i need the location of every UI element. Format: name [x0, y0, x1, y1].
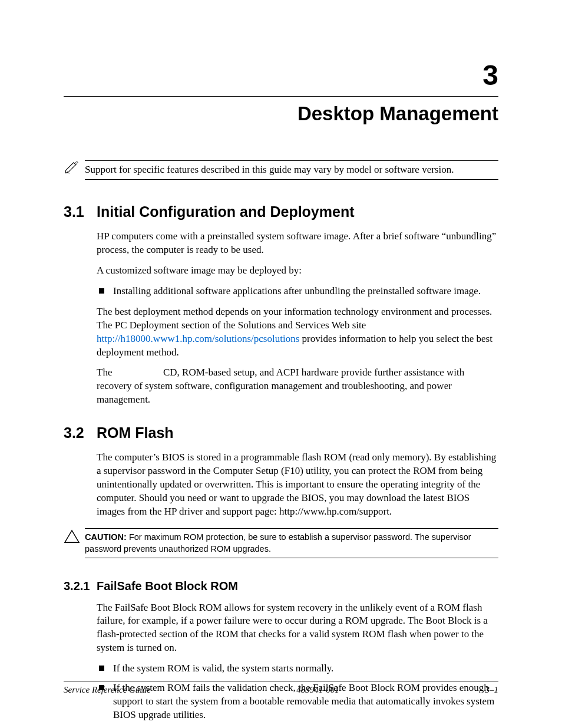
chapter-rule	[64, 96, 498, 97]
text-fragment: The	[97, 367, 115, 378]
heading-text: FailSafe Boot Block ROM	[97, 579, 238, 593]
chapter-title: Desktop Management	[64, 103, 498, 125]
heading-number: 3.2.1	[64, 579, 97, 593]
list-item: Installing additional software applicati…	[97, 285, 498, 298]
footer-right: 3–1	[485, 685, 498, 695]
caution-label: CAUTION:	[85, 532, 127, 542]
list-item: If the system ROM is valid, the system s…	[97, 662, 498, 676]
caution-callout: CAUTION: For maximum ROM protection, be …	[64, 528, 498, 558]
footer-center: 483941-001	[296, 685, 339, 695]
footer-left: Service Reference Guide	[64, 685, 151, 695]
paragraph: A customized software image may be deplo…	[97, 264, 498, 278]
note-callout: Support for specific features described …	[64, 160, 498, 180]
text-fragment: The best deployment method depends on yo…	[97, 306, 492, 331]
deployment-link[interactable]: http://h18000.www1.hp.com/solutions/pcso…	[97, 333, 299, 344]
heading-text: Initial Configuration and Deployment	[97, 203, 355, 220]
paragraph: HP computers come with a preinstalled sy…	[97, 230, 498, 257]
caution-body: For maximum ROM protection, be sure to e…	[85, 532, 471, 554]
chapter-number: 3	[64, 59, 498, 91]
heading-text: ROM Flash	[97, 424, 174, 442]
caution-triangle-icon	[64, 529, 81, 546]
heading-number: 3.2	[64, 424, 97, 442]
paragraph: The CD, ROM-based setup, and ACPI hardwa…	[97, 366, 498, 407]
page-footer: Service Reference Guide 483941-001 3–1	[64, 681, 498, 695]
heading-3-1: 3.1 Initial Configuration and Deployment	[64, 203, 498, 220]
paragraph: The best deployment method depends on yo…	[97, 305, 498, 360]
heading-number: 3.1	[64, 203, 97, 220]
heading-3-2-1: 3.2.1 FailSafe Boot Block ROM	[64, 579, 498, 593]
note-text: Support for specific features described …	[85, 160, 498, 180]
paragraph: The computer’s BIOS is stored in a progr…	[97, 451, 498, 519]
pencil-note-icon	[64, 160, 81, 179]
text-fragment: CD, ROM-based setup, and ACPI hardware p…	[97, 367, 464, 405]
paragraph: The FailSafe Boot Block ROM allows for s…	[97, 601, 498, 655]
caution-text: CAUTION: For maximum ROM protection, be …	[85, 528, 498, 558]
heading-3-2: 3.2 ROM Flash	[64, 424, 498, 442]
bullet-list: Installing additional software applicati…	[97, 285, 498, 298]
